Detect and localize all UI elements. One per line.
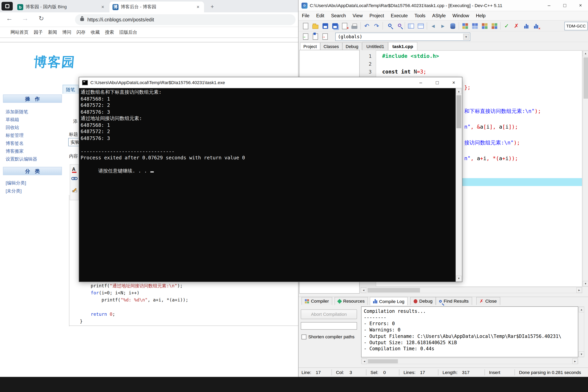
scroll-left-icon[interactable]: ◄ — [362, 358, 367, 364]
back-button[interactable]: ← — [6, 15, 13, 22]
undo-icon[interactable]: ↶ — [362, 21, 372, 30]
sidebar-item-edit-category[interactable]: [编辑分类] — [3, 179, 62, 187]
console-vscrollbar[interactable]: ▲ ▼ — [456, 88, 462, 282]
address-bar[interactable]: https://i.cnblogs.com/posts/edit — [75, 14, 296, 25]
tab-suibi[interactable]: 随笔 — [63, 85, 78, 94]
scroll-down-icon[interactable]: ▼ — [578, 352, 584, 357]
tab-task1-cpp[interactable]: task1.cpp — [388, 42, 417, 50]
compile-stack-icon[interactable] — [448, 21, 458, 30]
goto-bookmark-icon[interactable]: → — [320, 32, 330, 41]
profile-delete-icon[interactable]: × — [531, 21, 541, 30]
tab-close-icon[interactable]: × — [195, 4, 201, 10]
scroll-thumb[interactable] — [456, 95, 461, 128]
scroll-up-icon[interactable]: ▲ — [583, 50, 588, 56]
bookmark-item[interactable]: 园子 — [34, 29, 43, 36]
tab-close-icon[interactable]: × — [100, 4, 106, 10]
globals-combo-arrow[interactable]: ▼ — [463, 34, 469, 40]
console-titlebar[interactable]: C:\Users\Abu\AppData\Local\Temp\Rar$DIa1… — [79, 77, 462, 88]
font-color-icon[interactable]: A — [72, 166, 76, 172]
compiler-set-combo[interactable]: TDM-GCC — [564, 22, 588, 30]
minimize-button[interactable]: – — [541, 0, 557, 11]
bookmark-item[interactable]: 搜索 — [105, 29, 114, 36]
bookmark-item[interactable]: 旧版后台 — [119, 29, 137, 36]
scroll-right-icon[interactable]: ► — [572, 358, 578, 364]
menu-search[interactable]: Search — [328, 13, 349, 18]
run-icon[interactable] — [470, 21, 480, 30]
log-vscrollbar[interactable]: ▲ ▼ — [578, 306, 584, 357]
bookmark-item[interactable]: 博问 — [62, 29, 71, 36]
tab-actions-icon[interactable] — [2, 2, 13, 10]
abort-compilation-button[interactable]: Abort Compilation — [301, 309, 357, 319]
forward-button[interactable]: → — [22, 15, 28, 22]
replace-icon[interactable] — [394, 21, 404, 30]
menu-window[interactable]: Window — [449, 13, 472, 18]
menu-view[interactable]: View — [349, 13, 366, 18]
bookmark-item[interactable]: 新闻 — [48, 29, 57, 36]
editor-hscrollbar[interactable]: ◄ ► — [360, 287, 582, 294]
tab-close-panel[interactable]: ✗Close — [476, 297, 500, 305]
find-icon[interactable] — [384, 21, 394, 30]
new-tab-button[interactable]: + — [208, 2, 217, 11]
scroll-up-icon[interactable]: ▲ — [456, 88, 462, 94]
sidebar-item-recycle[interactable]: 回收站 — [3, 124, 62, 132]
tab-debug-panel[interactable]: Debug — [410, 297, 436, 305]
compile-run-icon[interactable] — [480, 21, 490, 30]
tab-compiler[interactable]: Compiler — [302, 297, 332, 305]
abort-compile-icon[interactable]: ✗ — [512, 21, 521, 30]
scroll-down-icon[interactable]: ▼ — [456, 276, 462, 281]
maximize-button[interactable]: □ — [429, 77, 446, 88]
scroll-right-icon[interactable]: ► — [576, 287, 582, 293]
save-all-icon[interactable] — [330, 21, 340, 30]
bookmark-item[interactable]: 闪存 — [76, 29, 86, 36]
print-icon[interactable] — [350, 21, 359, 30]
menu-file[interactable]: File — [298, 13, 313, 18]
sidebar-item-add-post[interactable]: 添加新随笔 — [3, 108, 62, 116]
compile-icon[interactable] — [460, 21, 470, 30]
new-file-icon[interactable] — [301, 21, 310, 30]
tab-resources[interactable]: Resources — [334, 297, 368, 305]
refresh-button[interactable]: ↻ — [38, 15, 44, 22]
cnblogs-logo[interactable]: 博客园 — [33, 53, 76, 71]
sidebar-item-tags[interactable]: 标签管理 — [3, 132, 62, 140]
sidebar-item-migrate[interactable]: 博客搬家 — [3, 148, 62, 155]
scroll-thumb[interactable] — [368, 359, 398, 364]
tab-classes[interactable]: Classes — [320, 42, 342, 50]
sidebar-item-uncategorized[interactable]: [未分类] — [3, 187, 62, 195]
toggle-bookmark-icon[interactable] — [310, 32, 320, 41]
back-nav-icon[interactable]: ◀ — [428, 21, 438, 30]
close-button[interactable]: × — [446, 77, 462, 88]
log-hscrollbar[interactable]: ◄ ► — [361, 358, 578, 364]
globals-combo[interactable]: (globals) ▼ — [335, 32, 470, 41]
browser-tab-cnblogs-admin[interactable]: 博 博客后台 - 博客园 × — [110, 2, 204, 12]
open-file-icon[interactable] — [310, 21, 320, 30]
link-icon[interactable] — [71, 176, 78, 182]
goto-line-icon[interactable] — [406, 21, 416, 30]
tab-untitled1[interactable]: Untitled1 — [362, 42, 388, 50]
profile-icon[interactable] — [521, 21, 531, 30]
menu-project[interactable]: Project — [366, 13, 388, 18]
scroll-up-icon[interactable]: ▲ — [578, 307, 584, 312]
scroll-thumb[interactable] — [584, 58, 588, 98]
shorten-paths-checkbox[interactable] — [302, 334, 306, 339]
syntax-check-icon[interactable]: ✓ — [502, 21, 512, 30]
rebuild-icon[interactable] — [490, 21, 499, 30]
sidebar-item-signature[interactable]: 博客签名 — [3, 140, 62, 148]
insert-icon[interactable]: → — [301, 32, 310, 41]
tab-debug[interactable]: Debug — [342, 42, 362, 50]
tab-find-results[interactable]: Find Results — [436, 297, 472, 305]
menu-help[interactable]: Help — [472, 13, 489, 18]
tab-project[interactable]: Project — [300, 42, 320, 50]
menu-execute[interactable]: Execute — [388, 13, 411, 18]
close-button[interactable]: × — [573, 0, 588, 11]
bookmark-item[interactable]: 收藏 — [91, 29, 100, 36]
menu-edit[interactable]: Edit — [313, 13, 328, 18]
edit-pencil-icon[interactable] — [72, 187, 77, 194]
menu-tools[interactable]: Tools — [411, 13, 429, 18]
editor-vscrollbar[interactable]: ▲ ▼ — [582, 50, 588, 287]
menu-astyle[interactable]: AStyle — [429, 13, 449, 18]
browser-tab-bing[interactable]: b 博客园 - 国内版 Bing × — [14, 2, 109, 12]
forward-nav-icon[interactable]: ▶ — [438, 21, 448, 30]
tab-compile-log[interactable]: Compile Log — [370, 297, 408, 305]
close-file-icon[interactable]: × — [340, 21, 350, 30]
redo-icon[interactable]: ↷ — [372, 21, 382, 30]
